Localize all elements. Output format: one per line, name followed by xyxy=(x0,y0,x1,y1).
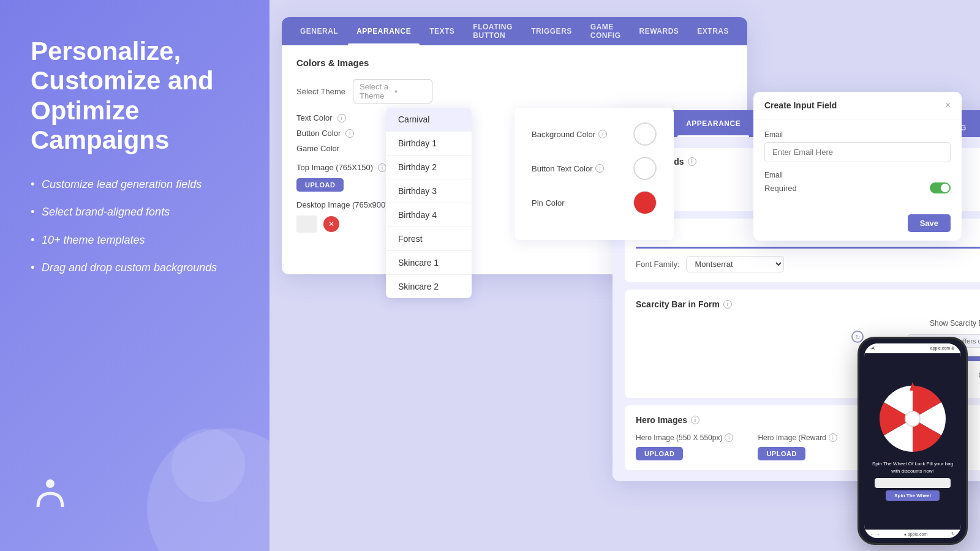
info-icon[interactable]: i xyxy=(337,114,346,122)
logo-icon xyxy=(31,475,70,514)
phone-status-bar: -A apple.com ⊕ xyxy=(864,343,961,353)
nav-item-extras[interactable]: EXTRAS xyxy=(688,17,737,45)
phone-refresh: ↻ xyxy=(951,531,955,536)
nav-item-floating-button[interactable]: FLOATING BUTTON xyxy=(464,17,521,45)
image-thumbnail xyxy=(296,216,317,233)
info-icon[interactable]: i xyxy=(598,130,607,138)
modal-body: Email Email Required xyxy=(753,119,962,214)
svg-point-2 xyxy=(905,411,920,426)
font-family-select[interactable]: Montserrat Roboto Open Sans xyxy=(686,256,784,272)
phone-input-bar xyxy=(875,478,951,488)
desktop-image-label: Desktop Image (765x900) xyxy=(296,200,388,209)
theme-option-skincare-2[interactable]: Skincare 2 xyxy=(386,275,472,298)
nav-item-appearance[interactable]: APPEARANCE xyxy=(348,17,420,45)
info-icon[interactable]: i xyxy=(691,416,699,424)
status-right: apple.com ⊕ xyxy=(930,346,955,351)
bullet-list: Customize lead generation fieldsSelect b… xyxy=(31,177,239,276)
email-placeholder-input[interactable] xyxy=(764,142,951,162)
theme-option-birthday-4[interactable]: Birthday 4 xyxy=(386,203,472,227)
theme-dropdown-popup: CarnivalBirthday 1Birthday 2Birthday 3Bi… xyxy=(386,108,472,298)
nav-item-rewards[interactable]: REWARDS xyxy=(630,17,687,45)
pin-color-label: Pin Color xyxy=(532,198,564,208)
required-row: Required xyxy=(764,182,951,193)
logo xyxy=(31,475,239,514)
modal-header: Create Input Field × xyxy=(753,92,962,119)
wheel-svg xyxy=(876,382,949,455)
info-icon[interactable]: i xyxy=(829,433,837,442)
phone-domain: ● apple.com xyxy=(904,532,927,536)
bullet-item: Customize lead generation fields xyxy=(31,177,239,192)
spin-the-wheel-button[interactable]: Spin The Wheel xyxy=(886,490,940,501)
required-label: Required xyxy=(764,184,797,193)
theme-option-birthday-1[interactable]: Birthday 1 xyxy=(386,132,472,156)
show-scarcity-row: Show Scarcity Bar i xyxy=(636,318,980,328)
phone-bottom-bar: ← → ● apple.com ↻ xyxy=(864,530,961,538)
create-input-modal: Create Input Field × Email Email Require… xyxy=(753,92,962,241)
hero-reward-label: Hero Image (Reward i xyxy=(758,433,837,442)
info-icon[interactable]: i xyxy=(595,164,604,173)
main-nav: GENERALAPPEARANCETEXTSFLOATING BUTTONTRI… xyxy=(282,17,747,45)
info-icon[interactable]: i xyxy=(688,157,696,166)
info-icon[interactable]: i xyxy=(725,433,733,442)
select-theme-label: Select Theme xyxy=(296,87,345,96)
background-color-label: Background Color i xyxy=(532,130,607,139)
theme-option-carnival[interactable]: Carnival xyxy=(386,108,472,132)
info-icon[interactable]: i xyxy=(345,129,354,138)
hero-reward-upload-button[interactable]: UPLOAD xyxy=(758,447,805,460)
left-panel: Personalize, Customize and Optimize Camp… xyxy=(0,0,270,551)
background-color-row: Background Color i xyxy=(532,122,657,146)
chevron-down-icon: ▾ xyxy=(394,88,426,95)
upload-button[interactable]: UPLOAD xyxy=(296,178,344,192)
theme-option-birthday-3[interactable]: Birthday 3 xyxy=(386,179,472,203)
phone-wheel-text: Spin The Wheel Of Luck Fill your bag wit… xyxy=(870,460,955,474)
button-text-color-label: Button Text Color i xyxy=(532,164,604,173)
nav-item-general[interactable]: GENERAL xyxy=(292,17,347,45)
button-color-label: Button Color xyxy=(296,129,341,138)
email-label: Email xyxy=(764,130,951,139)
theme-option-forest[interactable]: Forest xyxy=(386,227,472,251)
hero-upload-button[interactable]: UPLOAD xyxy=(636,447,683,460)
pin-color-swatch[interactable] xyxy=(633,191,657,214)
show-scarcity-label: Show Scarcity Bar xyxy=(930,319,980,328)
nav2-item-appearance[interactable]: APPEARANCE xyxy=(677,110,749,137)
wheel-container xyxy=(876,382,949,455)
info-icon[interactable]: i xyxy=(378,163,386,172)
theme-option-skincare-1[interactable]: Skincare 1 xyxy=(386,251,472,275)
close-icon[interactable]: × xyxy=(945,100,951,110)
phone-frame: -A apple.com ⊕ xyxy=(858,337,968,545)
nav-item-triggers[interactable]: TRIGGERS xyxy=(522,17,581,45)
svg-point-0 xyxy=(46,479,55,488)
select-theme-row: Select Theme Select a Theme ▾ xyxy=(296,79,733,103)
right-panel: GENERALAPPEARANCETEXTSFLOATING BUTTONTRI… xyxy=(270,0,980,551)
delete-button[interactable]: ✕ xyxy=(323,216,339,232)
font-family-row: Font Family: Montserrat Roboto Open Sans xyxy=(636,256,980,272)
phone-bottom-left: ← → xyxy=(870,532,880,536)
scarcity-title: Scarcity Bar in Form i xyxy=(636,299,980,309)
top-image-label: Top Image (765X150) xyxy=(296,163,373,172)
phone-content: Spin The Wheel Of Luck Fill your bag wit… xyxy=(864,353,961,530)
background-color-swatch[interactable] xyxy=(633,122,657,146)
text-color-label: Text Color xyxy=(296,113,333,122)
select-theme-value: Select a Theme xyxy=(360,82,391,100)
bullet-item: Select brand-aligned fonts xyxy=(31,204,239,220)
hero-col-2: Hero Image (Reward i UPLOAD xyxy=(758,433,837,460)
modal-footer: Save xyxy=(753,214,962,241)
theme-option-birthday-2[interactable]: Birthday 2 xyxy=(386,156,472,179)
font-family-label: Font Family: xyxy=(636,260,680,269)
button-text-color-row: Button Text Color i xyxy=(532,157,657,180)
nav-item-game-config[interactable]: GAME CONFIG xyxy=(582,17,630,45)
required-toggle[interactable] xyxy=(930,182,951,193)
refresh-icon[interactable]: ↻ xyxy=(851,331,864,343)
nav-item-texts[interactable]: TEXTS xyxy=(421,17,463,45)
phone-screen: -A apple.com ⊕ xyxy=(864,343,961,538)
button-text-color-swatch[interactable] xyxy=(633,157,657,180)
hero-image-label: Hero Image (550 X 550px) i xyxy=(636,433,733,442)
status-left: -A xyxy=(870,346,875,351)
modal-title: Create Input Field xyxy=(764,100,837,110)
select-theme-dropdown[interactable]: Select a Theme ▾ xyxy=(353,79,432,103)
email-label-2: Email xyxy=(764,171,951,179)
pin-color-row: Pin Color xyxy=(532,191,657,214)
bullet-item: Drag and drop custom backgrounds xyxy=(31,260,239,276)
save-button[interactable]: Save xyxy=(908,214,951,232)
info-icon[interactable]: i xyxy=(723,300,732,309)
